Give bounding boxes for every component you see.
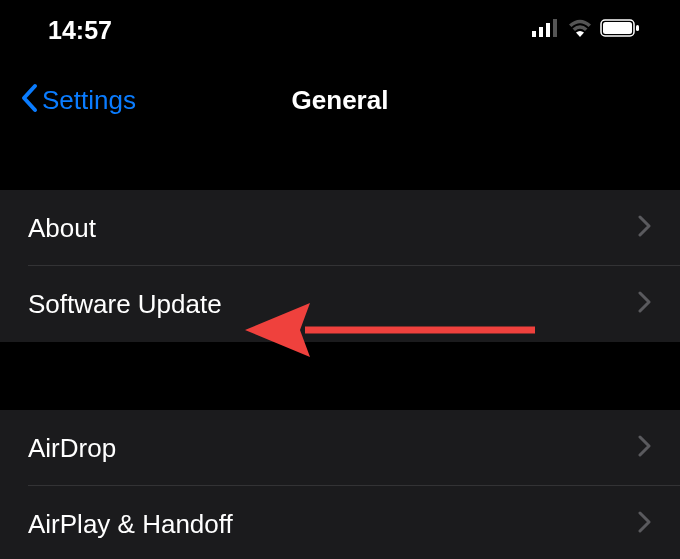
svg-rect-5	[603, 22, 632, 34]
back-label: Settings	[42, 85, 136, 116]
menu-item-airplay-handoff[interactable]: AirPlay & Handoff	[0, 486, 680, 559]
svg-rect-3	[553, 19, 557, 37]
svg-rect-6	[636, 25, 639, 31]
chevron-right-icon	[638, 290, 652, 318]
chevron-left-icon	[20, 83, 38, 117]
menu-item-label: Software Update	[28, 289, 222, 320]
status-indicators	[532, 19, 640, 41]
navigation-bar: Settings General	[0, 60, 680, 140]
status-time: 14:57	[48, 16, 112, 45]
svg-rect-2	[546, 23, 550, 37]
menu-group-2: AirDrop AirPlay & Handoff	[0, 410, 680, 559]
cellular-signal-icon	[532, 19, 560, 41]
menu-item-label: AirPlay & Handoff	[28, 509, 233, 540]
wifi-icon	[568, 19, 592, 41]
chevron-right-icon	[638, 214, 652, 242]
menu-group-1: About Software Update	[0, 190, 680, 342]
settings-general-screen: 14:57	[0, 0, 680, 559]
battery-icon	[600, 19, 640, 41]
chevron-right-icon	[638, 510, 652, 538]
status-bar: 14:57	[0, 0, 680, 60]
chevron-right-icon	[638, 434, 652, 462]
menu-item-software-update[interactable]: Software Update	[0, 266, 680, 342]
svg-rect-0	[532, 31, 536, 37]
menu-item-label: About	[28, 213, 96, 244]
section-spacer	[0, 140, 680, 190]
svg-rect-1	[539, 27, 543, 37]
menu-item-label: AirDrop	[28, 433, 116, 464]
back-button[interactable]: Settings	[20, 83, 136, 117]
menu-item-about[interactable]: About	[0, 190, 680, 266]
menu-item-airdrop[interactable]: AirDrop	[0, 410, 680, 486]
page-title: General	[292, 85, 389, 116]
section-spacer	[0, 342, 680, 410]
